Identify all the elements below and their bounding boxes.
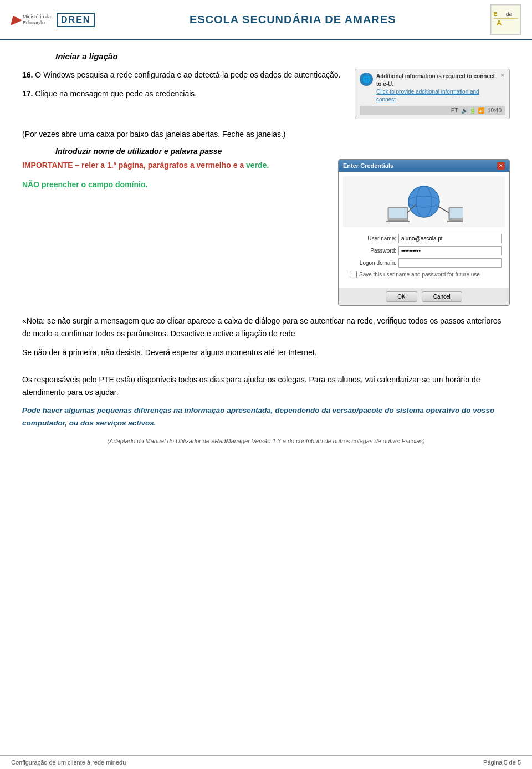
dialog-ok-button[interactable]: OK xyxy=(386,291,417,302)
svg-rect-9 xyxy=(389,208,407,218)
dialog-password-row: Password: xyxy=(346,246,502,255)
notif-bar: PT 🔊 🔋 📶 10:40 xyxy=(360,106,505,115)
svg-text:A: A xyxy=(497,19,502,27)
nota-paragraph: «Nota: se não surgir a mensagem que ao c… xyxy=(22,315,510,340)
svg-text:E: E xyxy=(494,11,498,17)
domain-input[interactable] xyxy=(398,258,502,268)
logo-dren: DREN xyxy=(57,13,95,27)
dialog-form: User name: Password: Logon domain: xyxy=(343,232,505,284)
svg-rect-13 xyxy=(447,221,463,222)
svg-rect-0 xyxy=(491,5,520,34)
svg-point-5 xyxy=(408,186,439,217)
username-label: User name: xyxy=(346,235,396,242)
logo-me-icon: ▶ xyxy=(11,13,21,27)
dialog-buttons: OK Cancel xyxy=(339,288,509,305)
enter-credentials-dialog: Enter Credentials ✕ xyxy=(338,159,510,306)
svg-rect-12 xyxy=(450,208,463,218)
footer-left: Configuração de um cliente à rede minedu xyxy=(11,759,126,766)
footer-right: Página 5 de 5 xyxy=(483,759,521,766)
pode-haver-paragraph: Pode haver algumas pequenas diferenças n… xyxy=(22,404,510,430)
dialog-domain-row: Logon domain: xyxy=(346,258,502,268)
section-introduzir: Introduzir nome de utilizador e palavra … xyxy=(55,147,510,156)
username-input[interactable] xyxy=(398,234,502,243)
save-credentials-checkbox[interactable] xyxy=(350,271,357,278)
svg-rect-10 xyxy=(386,221,410,222)
main-content: Iniciar a ligação 🌐 Additional informati… xyxy=(0,40,532,485)
logo-ministerio: ▶ Ministério da Educação xyxy=(11,13,51,27)
svg-text:da: da xyxy=(506,11,513,17)
dialog-body: User name: Password: Logon domain: xyxy=(339,172,509,288)
content-block-16: 🌐 Additional information is required to … xyxy=(22,69,510,119)
dialog-username-row: User name: xyxy=(346,234,502,243)
dialog-close-button[interactable]: ✕ xyxy=(497,162,505,170)
password-input[interactable] xyxy=(398,246,502,255)
school-title: ESCOLA SECUNDÁRIA DE AMARES xyxy=(95,13,490,26)
note-janelas: (Por vezes abre uma caixa por baixo das … xyxy=(22,128,510,140)
dialog-titlebar: Enter Credentials ✕ xyxy=(339,160,509,172)
network-graphic xyxy=(385,180,463,224)
school-logo-icon: E da A xyxy=(490,4,521,35)
dialog-checkbox-row: Save this user name and password for fut… xyxy=(346,271,502,278)
se-nao-paragraph: Se não der à primeira, não desista. Deve… xyxy=(22,346,510,359)
notif-icon: 🌐 xyxy=(360,73,373,86)
dialog-cancel-button[interactable]: Cancel xyxy=(422,291,462,302)
logo-me-text: Ministério da Educação xyxy=(23,14,51,26)
content-block-important: Enter Credentials ✕ xyxy=(22,159,510,306)
page-footer: Configuração de um cliente à rede minedu… xyxy=(0,755,532,769)
responsaveis-paragraph: Os responsáveis pelo PTE estão disponíve… xyxy=(22,373,510,399)
section-iniciar: Iniciar a ligação xyxy=(55,52,510,61)
notification-screenshot: 🌐 Additional information is required to … xyxy=(355,69,510,119)
page-header: ▶ Ministério da Educação DREN ESCOLA SEC… xyxy=(0,0,532,40)
section-introduzir-heading: Introduzir nome de utilizador e palavra … xyxy=(55,147,510,156)
notif-text: Additional information is required to co… xyxy=(376,73,497,104)
caption-text: (Adaptado do Manual do Utilizador de eRa… xyxy=(22,438,510,444)
notif-close[interactable]: ✕ xyxy=(500,73,505,78)
domain-label: Logon domain: xyxy=(346,260,396,266)
svg-line-16 xyxy=(438,206,449,213)
dialog-image-area xyxy=(343,176,505,227)
password-label: Password: xyxy=(346,248,396,254)
logos-left: ▶ Ministério da Educação DREN xyxy=(11,13,95,27)
